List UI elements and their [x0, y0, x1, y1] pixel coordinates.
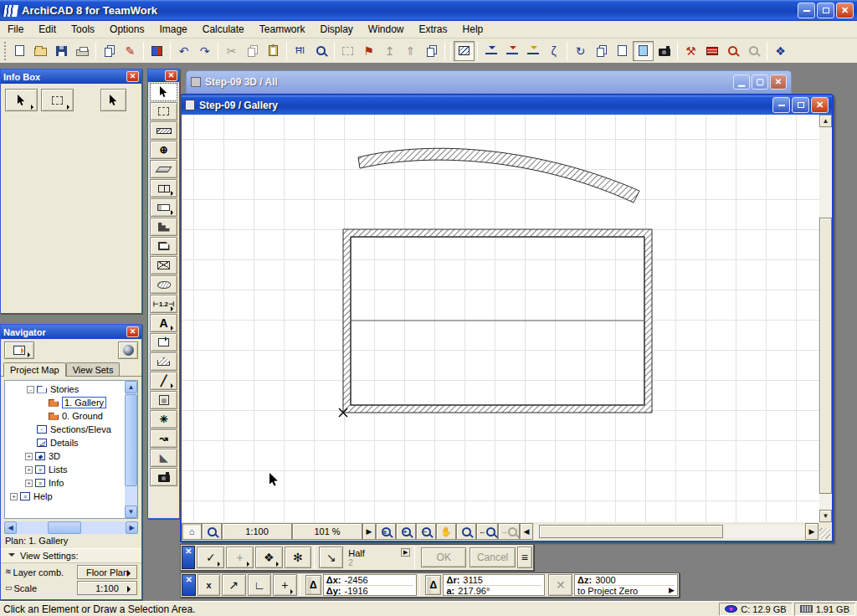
origin-button[interactable]: x	[198, 574, 220, 596]
vertical-scroll-thumb[interactable]	[819, 218, 832, 494]
publisher-button[interactable]	[99, 41, 120, 61]
restore-button[interactable]	[817, 3, 834, 18]
app-titlebar[interactable]: ArchiCAD 8 for TeamWork ✕	[0, 0, 857, 21]
mark-up-button[interactable]: ⚑	[358, 41, 379, 61]
vertical-scrollbar[interactable]: ▲ ▼	[819, 115, 832, 522]
gravity-button[interactable]: ✕	[548, 574, 572, 596]
pan-button[interactable]: ✋	[436, 523, 456, 540]
menu-calculate[interactable]: Calculate	[195, 22, 252, 37]
back-maximize-button[interactable]: ▢	[752, 74, 768, 90]
snap-division-dropdown[interactable]: Half 2 ▶	[345, 547, 412, 568]
tree-scroll-right-button[interactable]: ▶	[126, 521, 138, 534]
duplicate-button[interactable]	[421, 41, 442, 61]
cut-button[interactable]: ✂	[221, 41, 242, 61]
close-button[interactable]: ✕	[836, 3, 854, 18]
tool-line[interactable]: ╱	[150, 372, 177, 390]
tool-zone[interactable]	[150, 333, 177, 352]
back-minimize-button[interactable]: ▁	[733, 74, 750, 90]
horizontal-scrollbar[interactable]	[534, 525, 804, 538]
scroll-up-button[interactable]: ▲	[819, 115, 832, 127]
expand-icon[interactable]: +	[25, 480, 33, 487]
expand-icon[interactable]: +	[25, 466, 33, 474]
ref-more-icon[interactable]: ▶	[669, 587, 675, 594]
print-button[interactable]	[72, 41, 93, 61]
tool-marquee[interactable]	[150, 102, 177, 121]
back-close-button[interactable]: ✕	[770, 74, 787, 90]
preview-button[interactable]	[202, 523, 222, 540]
doc-minimize-button[interactable]	[772, 97, 790, 113]
menu-display[interactable]: Display	[312, 22, 360, 37]
multiply-offset-button[interactable]: +	[226, 547, 254, 568]
tree-scroll-down-button[interactable]: ▼	[125, 506, 137, 518]
zoom-out-button[interactable]: −	[416, 523, 436, 540]
tool-figure[interactable]	[150, 391, 177, 409]
find-select-button[interactable]	[722, 41, 743, 61]
tool-roof[interactable]	[150, 256, 177, 275]
tree-scroll-left-button[interactable]: ◀	[4, 521, 17, 534]
tree-item-stories[interactable]: - Stories	[5, 382, 125, 396]
find-next-button[interactable]	[743, 41, 764, 61]
polar-coordinate-fields[interactable]: Δr:3115 a:217.96°	[443, 574, 545, 596]
relative-xy-toggle[interactable]: Δ	[305, 575, 321, 595]
open-button[interactable]	[30, 41, 51, 61]
expand-icon[interactable]: +	[25, 453, 33, 460]
menu-tools[interactable]: Tools	[64, 22, 102, 37]
tool-object[interactable]	[150, 198, 177, 217]
tree-item-details[interactable]: ◿ Details	[5, 436, 125, 449]
tool-wall[interactable]	[150, 121, 177, 140]
tools-settings-button[interactable]: ⚒	[680, 41, 701, 61]
view-settings-header[interactable]: View Settings:	[1, 548, 141, 563]
menu-help[interactable]: Help	[455, 22, 491, 37]
tree-item-gallery[interactable]: 1. Gallery	[5, 396, 125, 409]
tree-horizontal-scrollbar[interactable]: ◀ ▶	[4, 521, 138, 534]
tree-item-info[interactable]: + ≡ Info	[5, 476, 125, 490]
tool-section[interactable]: ◣	[150, 449, 177, 467]
floor-plan-canvas[interactable]	[182, 115, 819, 522]
gallery-window-titlebar[interactable]: Step-09 / Gallery ✕	[182, 95, 832, 115]
expand-right-button[interactable]: ▶	[362, 523, 376, 540]
tool-dimension[interactable]: ⊢1.2⊣	[150, 295, 177, 313]
control-box-close[interactable]: ✕	[182, 546, 195, 569]
undo-button[interactable]: ↶	[173, 41, 194, 61]
coordinates-box-close[interactable]: ✕	[182, 574, 196, 596]
dimension-options-button[interactable]: ĦI	[290, 41, 310, 61]
tool-hotspot[interactable]: ✳	[150, 410, 177, 429]
navigator-titlebar[interactable]: Navigator ✕	[1, 325, 141, 339]
tree-scroll-up-button[interactable]: ▲	[125, 381, 137, 393]
tool-beam[interactable]	[150, 160, 177, 178]
xy-coordinate-fields[interactable]: Δx:-2456 Δy:-1916	[323, 574, 418, 596]
tool-window[interactable]	[150, 179, 177, 198]
scale-button[interactable]: 1:100	[222, 523, 292, 540]
fit-in-window-button[interactable]: ❖	[770, 41, 791, 61]
pen-button[interactable]: ✎	[120, 41, 141, 61]
copy-button[interactable]	[242, 41, 263, 61]
construction-display-button[interactable]	[701, 41, 722, 61]
offset-button[interactable]: ✓	[197, 547, 224, 568]
navigator-close-button[interactable]: ✕	[126, 326, 139, 337]
ok-button[interactable]: OK	[421, 547, 466, 567]
teamwork-workstation-button[interactable]	[146, 41, 167, 61]
tab-project-map[interactable]: Project Map	[3, 362, 66, 377]
tree-hscroll-thumb[interactable]	[48, 521, 81, 534]
toolbox-titlebar[interactable]: ✕	[148, 69, 179, 82]
next-zoom-button[interactable]: →	[498, 523, 520, 540]
level-dimension-button[interactable]	[480, 41, 501, 61]
snap-point-button[interactable]: ↘	[319, 547, 343, 568]
horizontal-scroll-thumb[interactable]	[539, 525, 723, 538]
marquee-restrict-button[interactable]	[337, 41, 358, 61]
user-origin-button[interactable]: +	[273, 574, 297, 596]
new-view-button[interactable]	[612, 41, 633, 61]
tool-arrow[interactable]	[150, 83, 177, 101]
scroll-right-button[interactable]: ▶	[805, 523, 819, 540]
doc-maximize-button[interactable]	[792, 97, 809, 113]
arrow-cursor-button[interactable]	[100, 89, 126, 111]
menu-extras[interactable]: Extras	[412, 22, 455, 37]
dx-value[interactable]: -2456	[345, 575, 368, 585]
z-coordinate-fields[interactable]: Δz:3000 to Project Zero▶	[574, 574, 678, 596]
level-raise-button[interactable]	[501, 41, 522, 61]
redo-button[interactable]: ↷	[194, 41, 215, 61]
grouping-button[interactable]: ❖	[255, 547, 283, 568]
tree-item-help[interactable]: + ≡ Help	[5, 490, 125, 503]
magic-wand-button[interactable]: ✻	[285, 547, 312, 568]
tracking-button[interactable]: ↗	[222, 574, 246, 596]
